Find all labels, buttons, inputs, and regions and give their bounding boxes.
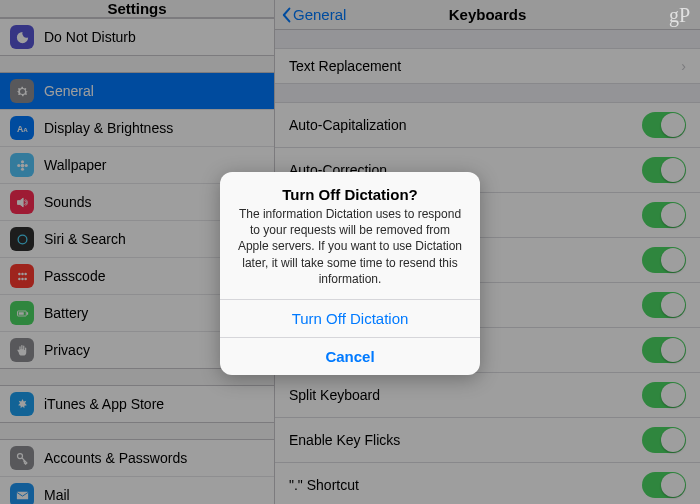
sidebar-item-label: Display & Brightness — [44, 120, 173, 136]
toggle-shortcut[interactable] — [642, 472, 686, 498]
toggle-auto-correction[interactable] — [642, 157, 686, 183]
flower-icon — [10, 153, 34, 177]
toggle[interactable] — [642, 202, 686, 228]
sidebar-item-general[interactable]: General — [0, 73, 274, 110]
siri-icon — [10, 227, 34, 251]
sidebar-item-label: Privacy — [44, 342, 90, 358]
alert-cancel-button[interactable]: Cancel — [220, 337, 480, 375]
text-size-icon: AA — [10, 116, 34, 140]
svg-point-7 — [18, 235, 27, 244]
svg-rect-16 — [18, 312, 23, 315]
hand-icon — [10, 338, 34, 362]
toggle[interactable] — [642, 337, 686, 363]
toggle[interactable] — [642, 247, 686, 273]
row-shortcut: "." Shortcut — [275, 463, 700, 504]
sidebar-item-label: Mail — [44, 487, 70, 503]
alert-confirm-button[interactable]: Turn Off Dictation — [220, 299, 480, 337]
sidebar-item-label: Sounds — [44, 194, 91, 210]
confirm-alert: Turn Off Dictation? The information Dict… — [220, 172, 480, 375]
row-label: Enable Key Flicks — [289, 432, 400, 448]
svg-point-3 — [20, 160, 23, 163]
svg-point-11 — [18, 277, 21, 280]
sidebar-item-do-not-disturb[interactable]: Do Not Disturb — [0, 19, 274, 55]
svg-point-12 — [21, 277, 24, 280]
sidebar-item-label: Accounts & Passwords — [44, 450, 187, 466]
sidebar-item-display[interactable]: AA Display & Brightness — [0, 110, 274, 147]
row-enable-key-flicks: Enable Key Flicks — [275, 418, 700, 463]
svg-point-17 — [17, 453, 22, 458]
sidebar-item-label: Wallpaper — [44, 157, 107, 173]
sidebar-item-label: Do Not Disturb — [44, 29, 136, 45]
row-label: Text Replacement — [289, 58, 401, 74]
sidebar-title: Settings — [107, 0, 166, 17]
svg-point-8 — [18, 272, 21, 275]
battery-icon — [10, 301, 34, 325]
row-label: Auto-Capitalization — [289, 117, 407, 133]
svg-text:A: A — [23, 126, 28, 133]
moon-icon — [10, 25, 34, 49]
gear-icon — [10, 79, 34, 103]
chevron-left-icon — [281, 7, 293, 23]
svg-point-2 — [20, 163, 24, 167]
sidebar-item-label: Passcode — [44, 268, 105, 284]
svg-point-10 — [24, 272, 27, 275]
passcode-icon — [10, 264, 34, 288]
sidebar-item-accounts[interactable]: Accounts & Passwords — [0, 440, 274, 477]
sidebar-item-label: Siri & Search — [44, 231, 126, 247]
svg-rect-15 — [26, 312, 27, 315]
sidebar-item-label: Battery — [44, 305, 88, 321]
svg-point-6 — [24, 163, 27, 166]
toggle[interactable] — [642, 292, 686, 318]
svg-rect-18 — [16, 491, 27, 499]
svg-point-5 — [17, 163, 20, 166]
key-icon — [10, 446, 34, 470]
row-text-replacement[interactable]: Text Replacement › — [275, 49, 700, 84]
speaker-icon — [10, 190, 34, 214]
sidebar-item-appstore[interactable]: iTunes & App Store — [0, 386, 274, 422]
sidebar-item-mail[interactable]: Mail — [0, 477, 274, 504]
detail-header: General Keyboards — [275, 0, 700, 30]
row-auto-capitalization: Auto-Capitalization — [275, 103, 700, 148]
row-label: Split Keyboard — [289, 387, 380, 403]
svg-point-9 — [21, 272, 24, 275]
chevron-right-icon: › — [681, 58, 686, 74]
svg-point-4 — [20, 167, 23, 170]
toggle-auto-capitalization[interactable] — [642, 112, 686, 138]
toggle-key-flicks[interactable] — [642, 427, 686, 453]
alert-message: The information Dictation uses to respon… — [236, 206, 464, 287]
appstore-icon — [10, 392, 34, 416]
back-button[interactable]: General — [281, 6, 346, 23]
row-label: "." Shortcut — [289, 477, 359, 493]
sidebar-item-label: General — [44, 83, 94, 99]
sidebar-header: Settings — [0, 0, 274, 18]
alert-title: Turn Off Dictation? — [236, 186, 464, 203]
sidebar-item-label: iTunes & App Store — [44, 396, 164, 412]
mail-icon — [10, 483, 34, 504]
svg-point-13 — [24, 277, 27, 280]
back-label: General — [293, 6, 346, 23]
toggle-split-keyboard[interactable] — [642, 382, 686, 408]
row-split-keyboard: Split Keyboard — [275, 373, 700, 418]
